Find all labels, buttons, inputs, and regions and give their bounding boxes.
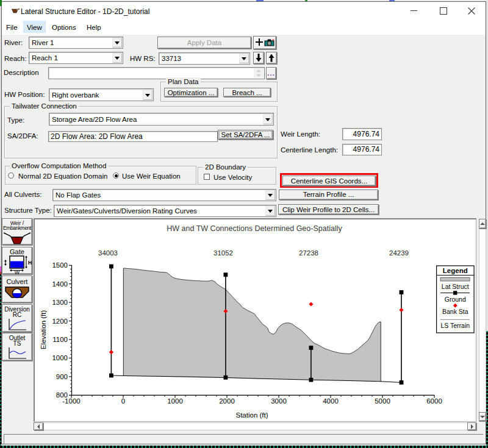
svg-text:4000: 4000 [323, 397, 339, 405]
svg-text:0: 0 [121, 397, 125, 405]
svg-text:900: 900 [56, 373, 68, 380]
svg-text:1000: 1000 [167, 397, 183, 405]
svg-text:1000: 1000 [52, 354, 68, 361]
svg-text:27238: 27238 [299, 249, 318, 257]
svg-text:1100: 1100 [52, 336, 68, 343]
svg-text:Elevation (ft): Elevation (ft) [40, 310, 47, 350]
svg-text:31052: 31052 [214, 249, 233, 257]
svg-text:Legend: Legend [443, 267, 468, 274]
svg-text:Ground: Ground [445, 296, 466, 303]
svg-text:1500: 1500 [52, 261, 68, 269]
svg-text:34003: 34003 [98, 249, 118, 257]
svg-text:2000: 2000 [219, 397, 235, 405]
svg-text:1300: 1300 [52, 299, 68, 306]
svg-text:-1000: -1000 [62, 397, 80, 405]
svg-text:6000: 6000 [426, 397, 442, 405]
svg-text:Bank Sta: Bank Sta [442, 308, 468, 315]
svg-text:Station (ft): Station (ft) [235, 411, 268, 419]
svg-text:1400: 1400 [52, 280, 68, 288]
svg-text:Lat Struct: Lat Struct [442, 283, 469, 290]
svg-text:LS Terrain: LS Terrain [440, 322, 470, 329]
svg-text:5000: 5000 [375, 397, 390, 405]
svg-text:3000: 3000 [271, 397, 287, 405]
svg-text:1200: 1200 [52, 318, 68, 325]
svg-text:HW and TW Connections Determin: HW and TW Connections Determined Geo-Spa… [167, 224, 342, 233]
svg-text:24239: 24239 [389, 249, 409, 257]
